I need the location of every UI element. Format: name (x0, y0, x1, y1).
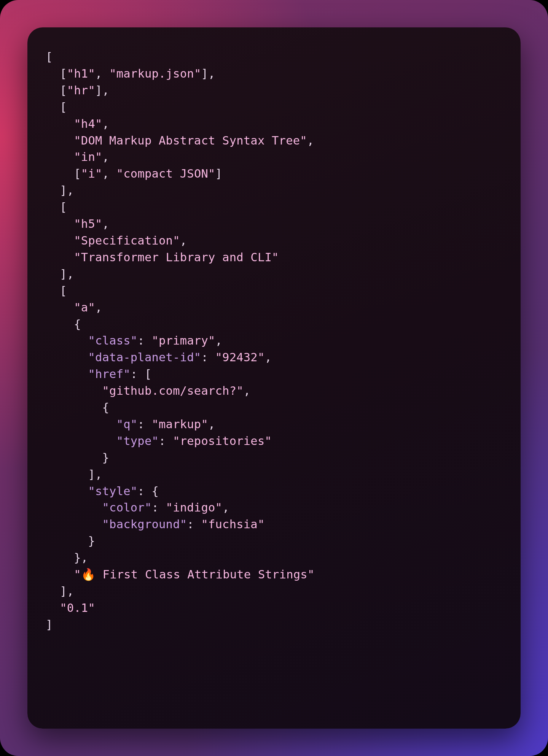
code-panel: [ ["h1", "markup.json"], ["hr"], [ "h4",… (27, 27, 521, 729)
version-string: "0.1" (60, 601, 95, 615)
h4-string-1: "DOM Markup Abstract Syntax Tree" (74, 134, 307, 147)
first-class-attr-strings: First Class Attribute Strings" (96, 568, 314, 581)
type-key: "type" (116, 434, 159, 448)
h4-tag: "h4" (74, 117, 102, 130)
code-block: [ ["h1", "markup.json"], ["hr"], [ "h4",… (46, 49, 502, 633)
bracket-open: [ (46, 50, 53, 64)
href-key: "href" (88, 367, 130, 381)
color-val: "indigo" (166, 501, 223, 514)
background-key: "background" (102, 518, 187, 531)
i-tag: "i" (81, 167, 102, 180)
q-key: "q" (116, 418, 138, 431)
class-val: "primary" (151, 334, 215, 347)
q-val: "markup" (151, 418, 208, 431)
href-url: "github.com/search?" (102, 384, 244, 397)
h5-string-1: "Specification" (74, 234, 180, 247)
style-key: "style" (88, 484, 137, 498)
fire-icon: 🔥 (81, 568, 96, 581)
h1-tag: "h1" (67, 67, 95, 80)
hr-tag: "hr" (67, 84, 95, 97)
type-val: "repositories" (173, 434, 272, 448)
h5-string-2: "Transformer Library and CLI" (74, 251, 279, 264)
h4-string-2: "in" (74, 150, 102, 164)
a-tag: "a" (74, 301, 95, 314)
h1-value: "markup.json" (109, 67, 201, 80)
bracket-close: ] (46, 618, 53, 631)
gradient-frame: [ ["h1", "markup.json"], ["hr"], [ "h4",… (0, 0, 548, 756)
data-planet-id-key: "data-planet-id" (88, 351, 201, 364)
i-value: "compact JSON" (116, 167, 215, 180)
color-key: "color" (102, 501, 152, 514)
h5-tag: "h5" (74, 217, 102, 230)
data-planet-id-val: "92432" (215, 351, 265, 364)
class-key: "class" (88, 334, 137, 347)
background-val: "fuchsia" (201, 518, 264, 531)
